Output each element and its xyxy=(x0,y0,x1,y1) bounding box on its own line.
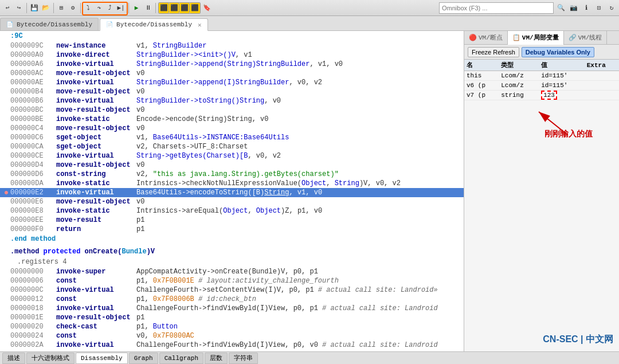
var-value-v6: id=115' xyxy=(539,81,585,91)
var-type-this: Lcom/z xyxy=(499,71,539,81)
toolbar-sep-1 xyxy=(26,3,27,13)
tab-vm-bp-label: VM/断点 xyxy=(479,33,503,42)
tab-icon-2: 📄 xyxy=(106,21,113,28)
end-method-label: .end method xyxy=(0,234,464,244)
toolbar-sep-3 xyxy=(80,3,81,13)
tab-vm-threads-icon: 🔗 xyxy=(569,34,577,41)
bottom-tab-layers[interactable]: 层数 xyxy=(205,353,228,364)
grid-icon[interactable]: ⊞ xyxy=(56,3,66,13)
var-extra-this xyxy=(585,71,619,81)
code-line-ee: 000000EE move-result p1 xyxy=(0,216,464,225)
right-tab-bar: 🔴 VM/断点 📋 VM/局部变量 🔗 VM/线程 xyxy=(464,31,619,45)
open-icon[interactable]: 📂 xyxy=(41,3,51,13)
settings-icon[interactable]: ⚙ xyxy=(68,3,78,13)
code-line-e6: 000000E6 move-result-object v0 xyxy=(0,197,464,206)
camera-icon[interactable]: 📷 xyxy=(569,3,579,13)
main-toolbar: ↩ ↪ 💾 📂 ⊞ ⚙ ⤵ ↷ ⤴ ▶| 分别是进入、跳过、退出、移动到光标处 … xyxy=(0,0,619,16)
tab-close-2[interactable]: ✕ xyxy=(198,21,202,29)
tab-bytecode-1[interactable]: 📄 Bytecode/Disassembly xyxy=(0,18,99,30)
m2-line-2a: 0000002A invoke-virtual ChallengeFourth-… xyxy=(0,340,464,350)
debug-variables-button[interactable]: Debug Variables Only xyxy=(522,47,594,57)
col-value: 值 xyxy=(539,60,585,71)
value-123-box: 123 xyxy=(541,91,557,100)
var-row-this: this Lcom/z id=115' xyxy=(464,71,619,81)
code-line-da: 000000DA invoke-static Intrinsics->check… xyxy=(0,179,464,188)
bottom-tab-disassembly[interactable]: Disassembly xyxy=(76,353,128,364)
undo-icon[interactable]: ↩ xyxy=(2,3,13,13)
var-type-v7: string xyxy=(499,91,539,100)
view-toggle-group: ⬛ ⬛ ⬛ ⬛ xyxy=(158,2,201,14)
bottom-tab-desc[interactable]: 描述 xyxy=(2,353,25,364)
info-icon[interactable]: ℹ xyxy=(581,3,591,13)
tab-bytecode-2[interactable]: 📄 Bytecode/Disassembly ✕ xyxy=(100,18,208,31)
tab-vm-breakpoints[interactable]: 🔴 VM/断点 xyxy=(464,31,508,45)
code-line-ce: 000000CE invoke-virtual String->getBytes… xyxy=(0,151,464,161)
step-over-icon[interactable]: ↷ xyxy=(94,3,104,13)
code-line-e2: ● 000000E2 invoke-virtual Base64Utils->e… xyxy=(0,188,464,197)
code-line-9c: 0000009C new-instance v1, StringBuilder xyxy=(0,41,464,50)
tab-vm-locals-label: VM/局部变量 xyxy=(522,33,559,42)
graph-view-icon[interactable]: ⬛ xyxy=(179,3,190,13)
code-line-ae: 000000AE invoke-virtual StringBuilder->a… xyxy=(0,78,464,87)
omnibox-container: 🔍 📷 ℹ ⊡ ↻ xyxy=(439,2,617,14)
m2-line-20: 00000020 check-cast p1, Button xyxy=(0,322,464,331)
code-line-ac: 000000AC move-result-object v0 xyxy=(0,69,464,78)
code-line-b6: 000000B6 invoke-virtual StringBuilder->t… xyxy=(0,96,464,105)
play-icon[interactable]: ▶ xyxy=(131,3,142,13)
variables-toolbar: Freeze Refresh Debug Variables Only xyxy=(464,45,619,60)
save-icon[interactable]: 💾 xyxy=(29,3,40,13)
col-name: 名 xyxy=(464,60,499,71)
var-name-v6: v6 (p xyxy=(464,81,499,91)
code-panel: :9C 0000009C new-instance v1, StringBuil… xyxy=(0,31,464,351)
m2-line-0: 00000000 invoke-super AppCompatActivity-… xyxy=(0,267,464,276)
main-content: :9C 0000009C new-instance v1, StringBuil… xyxy=(0,31,619,351)
section-9c: :9C xyxy=(0,31,464,41)
redo-icon[interactable]: ↪ xyxy=(14,3,24,13)
right-panel: 🔴 VM/断点 📋 VM/局部变量 🔗 VM/线程 Freeze Refresh… xyxy=(464,31,619,351)
bottom-tab-hex[interactable]: 十六进制格式 xyxy=(26,353,75,364)
freeze-refresh-button[interactable]: Freeze Refresh xyxy=(468,47,519,57)
var-value-this: id=115' xyxy=(539,71,585,81)
refresh-icon[interactable]: ↻ xyxy=(606,3,617,13)
col-type: 类型 xyxy=(499,60,539,71)
code-line-be: 000000BE invoke-static Encode->encode(St… xyxy=(0,115,464,124)
toolbar-sep-5 xyxy=(155,3,156,13)
tab-icon-1: 📄 xyxy=(6,21,13,28)
search-icon[interactable]: 🔍 xyxy=(556,3,566,13)
variables-table: 名 类型 值 Extra this Lcom/z id=115' v6 (p xyxy=(464,60,619,100)
bottom-tab-graph[interactable]: Graph xyxy=(129,353,158,364)
toolbar-sep-2 xyxy=(53,3,54,13)
bottom-tab-strings[interactable]: 字符串 xyxy=(229,353,258,364)
code-line-e8: 000000E8 invoke-static Intrinsics->areEq… xyxy=(0,206,464,216)
hex-view-icon[interactable]: ⬛ xyxy=(159,3,169,13)
cnsec-watermark: CN-SEC | 中文网 xyxy=(543,334,613,346)
toolbar-sep-4 xyxy=(128,3,129,13)
bookmark-icon[interactable]: 🔖 xyxy=(202,3,212,13)
step-into-icon[interactable]: ⤵ xyxy=(83,3,93,13)
bottom-tab-bar: 描述 十六进制格式 Disassembly Graph Callgraph 层数… xyxy=(0,351,619,364)
tab-vm-threads[interactable]: 🔗 VM/线程 xyxy=(564,31,608,45)
list-view-icon[interactable]: ⬛ xyxy=(190,3,200,13)
disasm-view-icon[interactable]: ⬛ xyxy=(169,3,179,13)
tab-vm-locals-icon: 📋 xyxy=(512,34,520,41)
annotation-svg xyxy=(464,100,619,169)
code-line-ca: 000000CA sget-object v2, Charsets->UTF_8… xyxy=(0,142,464,151)
variables-area: 名 类型 值 Extra this Lcom/z id=115' v6 (p xyxy=(464,60,619,351)
run-to-cursor-icon[interactable]: ▶| xyxy=(116,3,126,13)
code-line-bc: 000000BC move-result-object v0 xyxy=(0,105,464,115)
var-name-this: this xyxy=(464,71,499,81)
bottom-tab-callgraph[interactable]: Callgraph xyxy=(159,353,203,364)
m2-line-12: 00000012 const p1, 0x7F08006B # id:check… xyxy=(0,295,464,304)
m2-line-1e: 0000001E move-result-object p1 xyxy=(0,313,464,322)
omnibox-input[interactable] xyxy=(439,2,554,14)
annotation-container: 刚刚输入的值 xyxy=(464,100,619,169)
step-out-icon[interactable]: ⤴ xyxy=(105,3,115,13)
tab-vm-locals[interactable]: 📋 VM/局部变量 xyxy=(508,31,564,45)
code-line-d6: 000000D6 const-string v2, "this as java.… xyxy=(0,170,464,179)
pause-icon[interactable]: ⏸ xyxy=(143,3,153,13)
tab-vm-threads-label: VM/线程 xyxy=(578,33,602,42)
m2-line-c: 0000000C invoke-virtual ChallengeFourth-… xyxy=(0,285,464,295)
col-extra: Extra xyxy=(585,60,619,71)
code-line-a0: 000000A0 invoke-direct StringBuilder-><i… xyxy=(0,50,464,60)
terminal-icon[interactable]: ⊡ xyxy=(594,3,604,13)
